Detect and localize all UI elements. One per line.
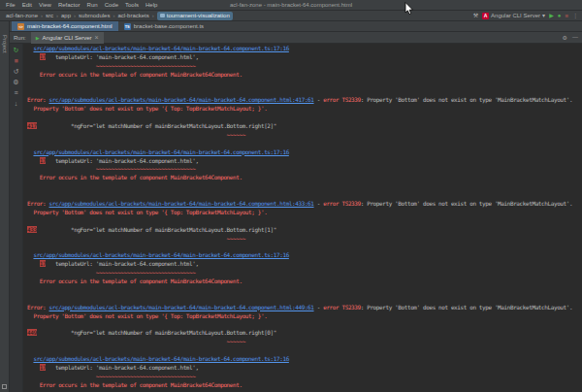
console-line: 17 templateUrl: 'main-bracket-64.compone… — [27, 364, 582, 373]
run-actions: ▶●■⋮ — [549, 12, 578, 19]
stop-icon[interactable]: ■ — [565, 12, 568, 19]
file-link[interactable]: src/app/submodules/acl-brackets/main-bra… — [49, 96, 314, 103]
menu-item-code[interactable]: Code — [105, 2, 118, 8]
run-config-select[interactable]: A Angular CLI Server ▾ — [482, 12, 545, 19]
console-line: Error: src/app/submodules/acl-brackets/m… — [27, 96, 582, 105]
project-tool-button[interactable]: Project — [2, 35, 8, 53]
menu-bar: FileEditViewRefactorRunCodeToolsHelp — [0, 2, 157, 8]
menu-item-refactor[interactable]: Refactor — [58, 2, 81, 8]
file-type-icon: <> — [17, 23, 24, 30]
breadcrumb-item-current[interactable]: tournament-visualization — [157, 12, 233, 20]
console-text — [27, 269, 96, 276]
console-line: ~~~~~~ — [27, 338, 582, 346]
error-text: Error: — [27, 96, 49, 103]
console-line — [27, 80, 582, 88]
console-text — [27, 278, 40, 284]
settings-icon[interactable]: ⚙ — [13, 79, 18, 86]
run-icon[interactable]: ▶ — [549, 12, 554, 19]
run-tab[interactable]: ▶ Angular CLI Server × — [31, 32, 104, 44]
console-text: *ngFor="let matchNumber of mainBracketMa… — [37, 329, 276, 336]
breadcrumb-item[interactable]: src — [46, 13, 53, 18]
error-underline: ~~~~~~~~~~~~~~~~~~~~~~~~~~~~~~~~ — [96, 62, 196, 69]
breadcrumb-item[interactable]: acl-brackets — [117, 13, 148, 18]
console-line: src/app/submodules/acl-brackets/main-bra… — [27, 45, 582, 53]
console-line: ~~~~~~~~~~~~~~~~~~~~~~~~~~~~~~~~ — [27, 373, 582, 381]
editor-tab[interactable]: <>main-bracket-64.component.html — [12, 21, 118, 31]
console-line — [27, 191, 582, 200]
console-text: : Property 'Bottom' does not exist on ty… — [361, 200, 572, 207]
console-text — [27, 53, 40, 60]
close-icon[interactable]: × — [95, 34, 99, 41]
build-icon[interactable]: ⚒ — [473, 12, 478, 19]
scroll-to-end-icon[interactable]: ↓ — [15, 100, 18, 108]
title-bar: FileEditViewRefactorRunCodeToolsHelp acl… — [0, 0, 582, 11]
error-underline: ~~~~~~~~~~~~~~~~~~~~~~~~~~~~~~~~ — [96, 269, 196, 276]
run-label: Run: — [14, 35, 26, 41]
ide-window: FileEditViewRefactorRunCodeToolsHelp acl… — [0, 0, 582, 392]
error-text: Error occurs in the template of componen… — [40, 278, 242, 284]
console-output: src/app/submodules/acl-brackets/main-bra… — [23, 44, 582, 392]
console-text — [27, 71, 40, 78]
console-text: - — [314, 96, 324, 103]
restart-server-icon[interactable]: ↺ — [14, 68, 19, 76]
breadcrumb: acl-fan-zone›src›app›submodules›acl-brac… — [6, 12, 233, 20]
console-line: 17 templateUrl: 'main-bracket-64.compone… — [27, 53, 582, 62]
console-line: Error occurs in the template of componen… — [27, 381, 582, 390]
menu-item-tools[interactable]: Tools — [125, 2, 139, 8]
chevron-right-icon: › — [74, 13, 76, 18]
run-config-name: Angular CLI Server — [491, 13, 540, 18]
menu-item-help[interactable]: Help — [146, 2, 157, 8]
console-line: 17 templateUrl: 'main-bracket-64.compone… — [27, 157, 582, 166]
file-link[interactable]: src/app/submodules/acl-brackets/main-bra… — [33, 148, 288, 155]
breadcrumb-item[interactable]: submodules — [79, 13, 110, 18]
breadcrumb-item[interactable]: acl-fan-zone — [6, 13, 38, 18]
console-line: Property 'Bottom' does not exist on type… — [27, 105, 582, 114]
error-text: Error: — [27, 304, 49, 310]
console-text — [27, 235, 227, 242]
navigation-bar: acl-fan-zone›src›app›submodules›acl-brac… — [0, 11, 582, 21]
clear-all-icon[interactable]: ≡ — [14, 89, 17, 97]
breadcrumb-item[interactable]: app — [61, 13, 71, 18]
angular-icon: A — [482, 13, 489, 19]
file-link[interactable]: src/app/submodules/acl-brackets/main-bra… — [49, 304, 314, 310]
error-text: Error occurs in the template of componen… — [40, 71, 242, 78]
rerun-icon[interactable]: ↻ — [14, 47, 19, 54]
menu-item-edit[interactable]: Edit — [22, 2, 32, 8]
error-text: error TS2339 — [323, 304, 361, 310]
run-panel-header: Run: ▶ Angular CLI Server × ⚙— — [10, 32, 582, 44]
debug-icon[interactable]: ● — [558, 12, 562, 19]
menu-item-view[interactable]: View — [39, 2, 51, 8]
error-text: error TS2339 — [323, 200, 361, 207]
console-text: - — [314, 304, 324, 310]
error-underline: ~~~~~~ — [227, 338, 245, 344]
file-link[interactable]: src/app/submodules/acl-brackets/main-bra… — [33, 45, 288, 51]
menu-item-file[interactable]: File — [6, 2, 16, 8]
error-underline: ~~~~~~~~~~~~~~~~~~~~~~~~~~~~~~~~ — [96, 373, 196, 379]
file-link[interactable]: src/app/submodules/acl-brackets/main-bra… — [33, 251, 288, 258]
chevron-right-icon: › — [41, 13, 43, 18]
console-text: : Property 'Bottom' does not exist on ty… — [361, 304, 572, 310]
file-link[interactable]: src/app/submodules/acl-brackets/main-bra… — [33, 355, 288, 362]
file-link[interactable]: src/app/submodules/acl-brackets/main-bra… — [49, 200, 314, 207]
run-header-actions: ⚙— — [563, 34, 578, 41]
console-line: Error: src/app/submodules/acl-brackets/m… — [27, 304, 582, 312]
console-line: Property 'Bottom' does not exist on type… — [27, 209, 582, 217]
menu-item-run[interactable]: Run — [87, 2, 98, 8]
console-line: 433 *ngFor="let matchNumber of mainBrack… — [27, 226, 582, 235]
line-number-badge: 433 — [27, 226, 37, 233]
error-text: Error occurs in the template of componen… — [40, 381, 242, 388]
editor-tab[interactable]: TSbracket-base.component.ts — [118, 21, 210, 31]
more-actions-icon[interactable]: ⋮ — [572, 12, 578, 19]
console-line: ~~~~~~~~~~~~~~~~~~~~~~~~~~~~~~~~ — [27, 269, 582, 278]
console-line: ~~~~~~~~~~~~~~~~~~~~~~~~~~~~~~~~ — [27, 165, 582, 174]
chevron-right-icon: › — [113, 13, 114, 18]
file-type-icon: TS — [124, 23, 131, 30]
console-line — [27, 295, 582, 304]
settings-icon[interactable]: ⚙ — [563, 34, 567, 41]
console-text — [27, 165, 96, 172]
console-text: *ngFor="let matchNumber of mainBracketMa… — [37, 226, 276, 233]
console-text: templateUrl: 'main-bracket-64.component.… — [46, 53, 198, 60]
tool-windows-icon[interactable] — [2, 384, 7, 389]
stop-icon[interactable]: ■ — [14, 57, 17, 65]
hide-panel-icon[interactable]: — — [572, 34, 578, 41]
